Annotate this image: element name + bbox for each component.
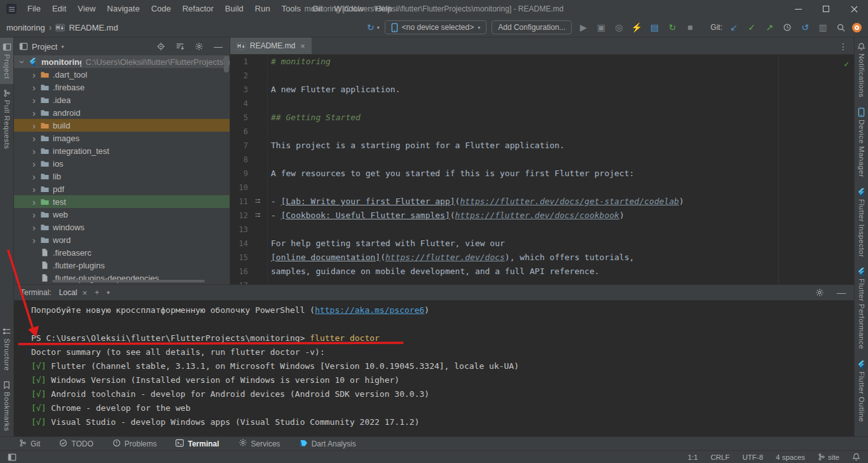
tool-button-structure[interactable]: Structure: [3, 322, 11, 376]
add-configuration-button[interactable]: Add Configuration...: [492, 20, 572, 34]
terminal-link[interactable]: https://aka.ms/pscore6: [315, 305, 424, 315]
menu-navigate[interactable]: Navigate: [101, 0, 145, 18]
code-link[interactable]: [Cookbook: Useful Flutter samples]: [281, 211, 450, 220]
terminal-output[interactable]: Попробуйте новую кроссплатформенную обол…: [14, 300, 854, 436]
toolwindow-git[interactable]: Git: [19, 439, 40, 449]
sync-icon[interactable]: ↻: [364, 20, 377, 34]
app-menu-icon[interactable]: [6, 4, 17, 14]
project-view-selector[interactable]: Project: [32, 42, 57, 52]
inspection-status-icon[interactable]: ✓: [844, 57, 849, 71]
chevron-right-icon[interactable]: ›: [29, 83, 39, 92]
hide-terminal-button[interactable]: —: [835, 286, 848, 300]
orange-plugin-icon[interactable]: [852, 23, 862, 32]
tree-item-word[interactable]: ›word: [14, 233, 230, 246]
code-link[interactable]: https://flutter.dev/docs/cookbook: [455, 211, 619, 220]
chevron-right-icon[interactable]: ›: [29, 210, 39, 219]
tree-item-firebaserc[interactable]: .firebaserc: [14, 246, 230, 259]
locate-file-button[interactable]: [155, 39, 167, 53]
tree-vertical-scrollbar[interactable]: [224, 56, 229, 73]
line-ending[interactable]: CRLF: [710, 453, 729, 461]
close-icon[interactable]: ×: [82, 288, 87, 298]
minimize-button[interactable]: [784, 0, 812, 18]
git-push-button[interactable]: ↗: [763, 20, 776, 34]
code-link[interactable]: [Lab: Write your first Flutter app]: [281, 197, 455, 206]
tree-item-project-root[interactable]: ›monitoringC:\Users\Oleksii\flutter\Flut…: [14, 55, 230, 68]
tree-item-flutter-plugins-dependencies[interactable]: .flutter-plugins-dependencies: [14, 272, 230, 284]
menu-code[interactable]: Code: [146, 0, 177, 18]
tree-item-dart-tool[interactable]: ›.dart_tool: [14, 68, 230, 81]
tree-item-flutter-plugins[interactable]: .flutter-plugins: [14, 259, 230, 272]
chevron-right-icon[interactable]: ›: [29, 184, 39, 194]
status-widget-icon[interactable]: [852, 453, 860, 461]
code-link[interactable]: https://flutter.dev/docs/get-started/cod…: [460, 197, 679, 206]
close-icon[interactable]: ×: [300, 41, 305, 51]
code-link[interactable]: https://flutter.dev/docs: [385, 252, 505, 262]
terminal-tab-local[interactable]: Local ×: [59, 288, 87, 298]
menu-view[interactable]: View: [72, 0, 101, 18]
tree-item-build[interactable]: ›build: [14, 119, 230, 132]
run-button[interactable]: ▶: [577, 20, 589, 34]
menu-edit[interactable]: Edit: [46, 0, 72, 18]
terminal-settings-icon[interactable]: [813, 286, 826, 300]
collapse-all-button[interactable]: [174, 39, 186, 53]
tool-button-flutter-performance[interactable]: Flutter Performance: [857, 262, 866, 354]
hot-restart-button[interactable]: ↻: [666, 20, 679, 34]
chevron-right-icon[interactable]: ›: [29, 70, 39, 79]
breadcrumb-project[interactable]: monitoring: [6, 23, 45, 32]
git-commit-button[interactable]: ✓: [745, 20, 758, 34]
chevron-right-icon[interactable]: ›: [29, 197, 39, 207]
tree-item-integration-test[interactable]: ›integration_test: [14, 144, 230, 157]
toolwindow-problems[interactable]: Problems: [113, 439, 157, 449]
tool-button-bookmarks[interactable]: Bookmarks: [3, 376, 11, 436]
chevron-right-icon[interactable]: ›: [29, 235, 39, 245]
tab-options-icon[interactable]: ⋮: [839, 41, 854, 54]
stop-button[interactable]: ■: [684, 20, 696, 34]
toolwindow-terminal[interactable]: Terminal: [176, 439, 219, 449]
hide-panel-button[interactable]: —: [212, 39, 224, 53]
tool-button-flutter-outline[interactable]: Flutter Outline: [857, 355, 866, 427]
chevron-down-icon[interactable]: ›: [18, 57, 27, 67]
tree-item-android[interactable]: ›android: [14, 106, 230, 119]
chevron-right-icon[interactable]: ›: [29, 108, 39, 118]
tool-button-pull-requests[interactable]: Pull Requests: [3, 84, 11, 154]
maximize-button[interactable]: [812, 0, 840, 18]
chevron-down-icon[interactable]: ▾: [107, 289, 110, 296]
menu-file[interactable]: File: [22, 0, 46, 18]
chevron-right-icon[interactable]: ›: [29, 223, 39, 232]
chevron-right-icon[interactable]: ›: [29, 95, 39, 105]
attach-debugger-button[interactable]: ▤: [648, 20, 661, 34]
tree-item-web[interactable]: ›web: [14, 208, 230, 221]
toolwindow-dart-analysis[interactable]: Dart Analysis: [300, 439, 356, 449]
encoding[interactable]: UTF-8: [742, 453, 763, 461]
tree-item-pdf[interactable]: ›pdf: [14, 183, 230, 195]
editor-body[interactable]: 1# monitoring23A new Flutter application…: [230, 55, 854, 284]
git-branch-widget[interactable]: site: [818, 453, 839, 461]
menu-refactor[interactable]: Refactor: [177, 0, 219, 18]
tree-item-test[interactable]: ›test: [14, 195, 230, 208]
tool-button-project[interactable]: Project: [0, 38, 13, 84]
device-selector[interactable]: <no device selected> ▾: [385, 20, 486, 34]
close-button[interactable]: [840, 0, 868, 18]
chevron-right-icon[interactable]: ›: [29, 121, 39, 130]
search-icon[interactable]: [834, 20, 847, 34]
tool-button-notifications[interactable]: Notifications: [857, 38, 865, 102]
menu-run[interactable]: Run: [249, 0, 276, 18]
menu-tools[interactable]: Tools: [276, 0, 307, 18]
menu-build[interactable]: Build: [219, 0, 249, 18]
tree-item-images[interactable]: ›images: [14, 132, 230, 144]
chevron-right-icon[interactable]: ›: [29, 134, 39, 143]
panel-settings-button[interactable]: [193, 39, 205, 53]
hot-reload-button[interactable]: ⚡: [630, 20, 643, 34]
debug-button[interactable]: ▣: [595, 20, 607, 34]
tree-item-windows[interactable]: ›windows: [14, 221, 230, 233]
new-terminal-button[interactable]: +: [95, 288, 99, 297]
tree-horizontal-scrollbar[interactable]: [52, 280, 205, 282]
git-rollback-button[interactable]: ↺: [799, 20, 811, 34]
breadcrumb-file[interactable]: README.md: [69, 23, 118, 32]
status-left-icon[interactable]: [8, 453, 17, 462]
toolwindow-todo[interactable]: TODO: [59, 439, 93, 449]
chevron-right-icon[interactable]: ›: [29, 159, 39, 169]
caret-position[interactable]: 1:1: [687, 453, 698, 461]
git-update-button[interactable]: ↙: [727, 20, 740, 34]
profile-button[interactable]: ◎: [612, 20, 625, 34]
